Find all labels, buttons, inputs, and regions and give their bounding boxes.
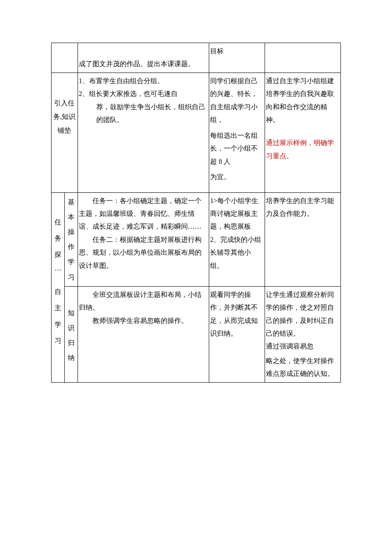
highlight-text: 通过展示样例，明确学习重点。 — [266, 137, 340, 163]
cell-stage: 引入任务,知识铺垫 — [52, 73, 78, 192]
document-page: 成了图文并茂的作品。提出本课课题。 目标 引入任务,知识铺垫 1、布置学生自由组… — [0, 0, 392, 555]
cell-teacher-activity: 成了图文并茂的作品。提出本课课题。 — [78, 43, 209, 73]
cell-teacher-activity: 1、布置学生自由组合分组。 2、组长要大家推选，也可毛遂自 荐，鼓励学生争当小组… — [78, 73, 209, 192]
list-item: 1、布置学生自由组合分组。 — [79, 75, 208, 87]
text: 教师强调学生容易忽略的操作。 — [79, 314, 208, 327]
substage-label: 知识归纳 — [66, 305, 77, 366]
cell-teacher-activity: 全班交流展板设计主题和布局，小结归纳。 教师强调学生容易忽略的操作。 — [78, 286, 209, 382]
cell-design-intent: 培养学生的自主学习能力及合作能力。 — [265, 192, 340, 286]
cell-teacher-activity: 任务一：各小组确定主题，确定一个主题，如温馨班级、青春回忆、师生情谊、成长足迹，… — [78, 192, 209, 286]
cell-design-intent: 通过自主学习小组组建培养学生的自我兴趣取向和和合作交流的精神。 通过展示样例，明… — [265, 73, 340, 192]
lesson-plan-table: 成了图文并茂的作品。提出本课课题。 目标 引入任务,知识铺垫 1、布置学生自由组… — [51, 43, 341, 383]
text: 通过自主学习小组组建培养学生的自我兴趣取向和和合作交流的精神。 — [266, 75, 340, 127]
text: 目标 — [210, 45, 264, 58]
cell-student-activity: 目标 — [209, 43, 265, 73]
table-row: 成了图文并茂的作品。提出本课课题。 目标 — [52, 43, 341, 73]
substage-label: 基本操作学习 — [66, 195, 77, 285]
cell-stage — [52, 43, 78, 73]
cell-design-intent: 让学生通过观察分析同学的操作，使之对照自己的操作，及时纠正自己的错误。 通过强调… — [265, 286, 340, 382]
cell-stage-inner: 基本操作学习 — [64, 192, 78, 286]
cell-student-activity: 1>每个小组学生商讨确定展板主题，构思展板 2、完成快的小组长辅导其他小组。 — [209, 192, 265, 286]
stage-label: 自主学习 — [52, 284, 63, 349]
table-row: 知识归纳 全班交流展板设计主题和布局，小结归纳。 教师强调学生容易忽略的操作。 … — [52, 286, 341, 382]
text: 略之处，使学生对操作难点形成正确的认知。 — [266, 355, 340, 381]
text: 培养学生的自主学习能力及合作能力。 — [266, 195, 340, 221]
text: 1>每个小组学生商讨确定展板主题，构思展板 — [210, 195, 264, 233]
stage-label: 引入任务,知识铺垫 — [52, 96, 77, 137]
text: 通过强调容易忽 — [266, 340, 340, 353]
table-row: 任务探 ⋯ 自主学习 基本操作学习 任务一：各小组确定主题，确定一个主题，如温馨… — [52, 192, 341, 286]
cell-design-intent — [265, 43, 340, 73]
list-item: 2、组长要大家推选，也可毛遂自 — [79, 87, 208, 100]
task-text: 任务一：各小组确定主题，确定一个主题，如温馨班级、青春回忆、师生情谊、成长足迹，… — [79, 195, 208, 233]
table-row: 引入任务,知识铺垫 1、布置学生自由组合分组。 2、组长要大家推选，也可毛遂自 … — [52, 73, 341, 192]
cell-student-activity: 观看同学的操作，并判断其不足，从而完成知识归纳。 — [209, 286, 265, 382]
text: 2、完成快的小组长辅导其他小组。 — [210, 233, 264, 272]
text: 让学生通过观察分析同学的操作，使之对照自己的操作，及时纠正自己的错误。 — [266, 288, 340, 340]
text: 同学们根据自己的兴趣、特长，自主组成学习小组， — [210, 75, 264, 127]
text: 全班交流展板设计主题和布局，小结归纳。 — [79, 288, 208, 314]
text: 为宜。 — [210, 171, 264, 183]
list-item-cont: 荐，鼓励学生争当小组长，组织自己的团队。 — [79, 101, 208, 127]
text: 成了图文并茂的作品。提出本课课题。 — [79, 58, 208, 70]
task-text: 任务二：根据确定主题对展板进行构思、规划，以小组为单位画出展板布局的设计草图。 — [79, 233, 208, 272]
text: 观看同学的操作，并判断其不足，从而完成知识归纳。 — [210, 288, 264, 340]
cell-student-activity: 同学们根据自己的兴趣、特长，自主组成学习小组， 每组选出一名组长，一个小组不超 … — [209, 73, 265, 192]
cell-stage-outer: 任务探 ⋯ 自主学习 — [52, 192, 65, 382]
stage-label: 任务探 — [52, 214, 63, 263]
cell-stage-inner: 知识归纳 — [64, 286, 78, 382]
dots: ⋯ — [52, 263, 63, 277]
text: 每组选出一名组长，一个小组不超 8 人 — [210, 129, 264, 168]
